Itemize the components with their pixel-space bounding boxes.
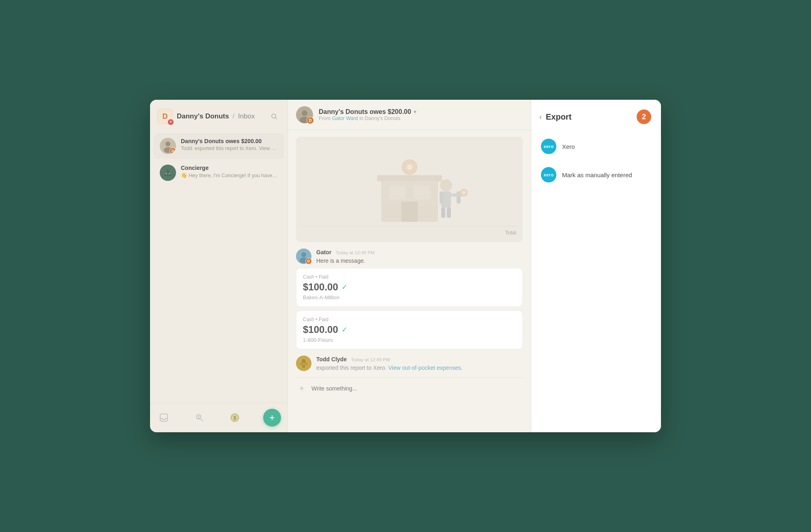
svg-point-3 [165, 142, 170, 146]
svg-point-44 [306, 360, 307, 362]
export-option-manual[interactable]: xero Mark as manually entered [531, 161, 661, 189]
expense-amount-row-2: $100.00 ✓ [303, 324, 516, 335]
svg-point-43 [300, 360, 302, 362]
check-icon-1: ✓ [341, 283, 348, 292]
main-content: D Danny's Donuts owes $200.00 ▾ From Gat… [288, 100, 531, 432]
svg-point-26 [440, 179, 452, 191]
export-header: ‹ Export 2 [531, 108, 661, 132]
app-window: D Danny's Donuts / Inbox [150, 100, 661, 432]
todd-text: exported this report to Xero. View out-o… [316, 365, 523, 371]
gator-sender-row: D Gator Today at 12:49 PM Here is a mess… [296, 249, 523, 264]
main-thread-title: Danny's Donuts owes $200.00 ▾ [319, 108, 523, 116]
message-block-gator: D Gator Today at 12:49 PM Here is a mess… [296, 249, 523, 349]
manual-label: Mark as manually entered [562, 172, 632, 178]
xero-logo-text-2: xero [543, 172, 554, 177]
sidebar-header-left: D Danny's Donuts / Inbox [157, 109, 255, 124]
svg-point-11 [197, 416, 200, 418]
expense-amount-row-1: $100.00 ✓ [303, 281, 516, 293]
search-people-icon-btn[interactable] [192, 410, 207, 425]
svg-rect-31 [447, 208, 451, 218]
todd-message-row: Todd Clyde Today at 12:49 PM exported th… [296, 356, 523, 371]
sidebar-item-concierge[interactable]: Concierge 👋 Hey there, I'm Concierge! If… [153, 160, 284, 186]
xero-logo: xero [541, 139, 556, 154]
item-preview-donuts: Todd: exported this report to Xero. View… [181, 146, 278, 151]
xero-logo-text: xero [543, 144, 554, 149]
report-total-label: Total [303, 226, 516, 236]
brand-letter: D [163, 112, 168, 121]
svg-text:$: $ [234, 415, 236, 421]
sidebar: D Danny's Donuts / Inbox [150, 100, 288, 432]
gator-name: Gator [316, 249, 331, 255]
svg-point-40 [300, 363, 303, 365]
svg-point-34 [462, 191, 465, 194]
compose-input[interactable] [311, 385, 523, 392]
search-button[interactable] [268, 110, 280, 122]
gator-text: Here is a message. [316, 257, 523, 264]
gator-time: Today at 12:49 PM [336, 250, 375, 255]
svg-rect-23 [401, 202, 418, 222]
export-title: Export [546, 112, 571, 122]
svg-rect-28 [440, 191, 444, 204]
xero-logo-2: xero [541, 167, 556, 182]
todd-name: Todd Clyde [316, 356, 347, 363]
sidebar-bottom: $ + [150, 403, 287, 432]
back-button[interactable]: ‹ [539, 113, 542, 121]
inbox-icon-btn[interactable] [157, 410, 171, 425]
sidebar-title: Danny's Donuts / Inbox [177, 112, 255, 120]
todd-avatar [296, 356, 311, 371]
separator: / [231, 112, 236, 120]
svg-point-7 [165, 173, 167, 174]
svg-rect-9 [160, 414, 167, 421]
expense-label-2: Cash • Paid [303, 317, 516, 322]
svg-rect-30 [441, 208, 445, 218]
brand-avatar: D [157, 109, 173, 124]
compose-plus-button[interactable]: + [296, 383, 307, 394]
item-avatar-concierge [160, 165, 176, 181]
check-icon-2: ✓ [341, 325, 348, 334]
main-thread-sub: From Gator Ward in Danny's Donuts [319, 116, 523, 121]
export-panel: ‹ Export 2 xero Xero xero Mark as manual… [531, 100, 661, 432]
todd-msg-content: Todd Clyde Today at 12:49 PM exported th… [316, 356, 523, 371]
svg-point-25 [407, 164, 412, 170]
item-content-concierge: Concierge 👋 Hey there, I'm Concierge! If… [181, 165, 278, 178]
sidebar-item-donuts-inbox[interactable]: D Danny's Donuts owes $200.00 Todd: expo… [153, 133, 284, 159]
svg-point-8 [169, 173, 170, 174]
add-label: + [269, 412, 275, 423]
step-badge: 2 [637, 109, 651, 124]
company-name: Danny's Donuts [177, 112, 229, 120]
compose-area: + [296, 378, 523, 396]
svg-point-36 [301, 252, 306, 257]
svg-point-41 [305, 363, 307, 365]
svg-point-17 [302, 110, 307, 116]
main-header-info: Danny's Donuts owes $200.00 ▾ From Gator… [319, 108, 523, 121]
export-option-xero[interactable]: xero Xero [531, 132, 661, 161]
add-button[interactable]: + [263, 409, 281, 427]
item-title-concierge: Concierge [181, 165, 278, 171]
main-header: D Danny's Donuts owes $200.00 ▾ From Gat… [288, 100, 531, 130]
svg-rect-22 [414, 185, 430, 200]
svg-line-1 [275, 118, 277, 119]
report-card: Total [296, 137, 523, 242]
item-title-donuts: Danny's Donuts owes $200.00 [181, 138, 278, 144]
main-body: Total D [288, 130, 531, 432]
expense-label-1: Cash • Paid [303, 274, 516, 280]
svg-point-39 [302, 359, 306, 363]
view-expenses-link[interactable]: View out-of-pocket expenses. [388, 365, 462, 371]
expense-card-1: Cash • Paid $100.00 ✓ Bakes-A-Million [296, 268, 523, 307]
expense-amount-1: $100.00 [303, 281, 338, 293]
gator-d-badge: D [305, 258, 312, 264]
chevron-down-icon: ▾ [414, 109, 416, 115]
expense-vendor-1: Bakes-A-Million [303, 294, 516, 300]
expense-vendor-2: 1-800-Flours [303, 337, 516, 343]
svg-rect-21 [389, 185, 406, 200]
coin-icon-btn[interactable]: $ [227, 410, 242, 425]
xero-label: Xero [562, 143, 575, 150]
expense-card-2: Cash • Paid $100.00 ✓ 1-800-Flours [296, 311, 523, 349]
svg-point-12 [197, 418, 200, 419]
svg-rect-20 [377, 175, 442, 181]
sidebar-list: D Danny's Donuts owes $200.00 Todd: expo… [150, 131, 287, 403]
todd-sender-line: Todd Clyde Today at 12:49 PM [316, 356, 523, 363]
d-badge: D [169, 148, 176, 154]
from-person-link[interactable]: Gator Ward [332, 116, 358, 121]
item-avatar-donuts: D [160, 138, 176, 154]
